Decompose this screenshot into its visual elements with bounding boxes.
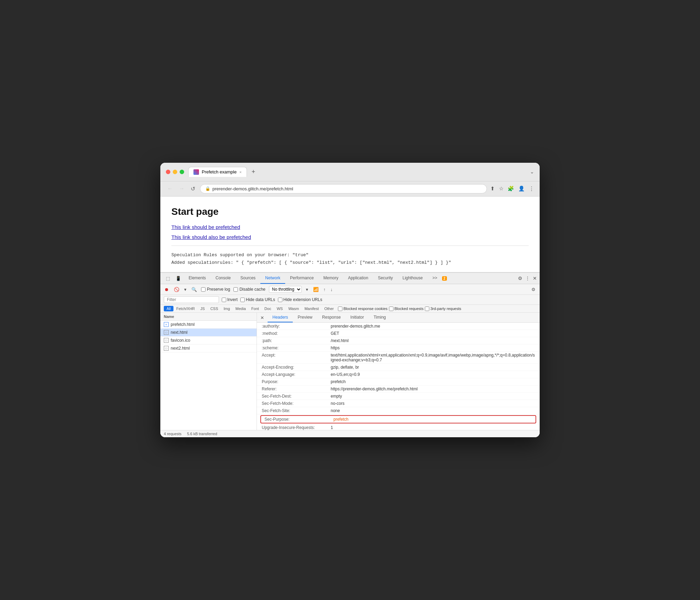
disable-cache-text: Disable cache [239, 287, 265, 292]
sec-purpose-row-highlighted: Sec-Purpose: prefetch [260, 415, 536, 423]
header-name: Sec-Fetch-Dest: [262, 394, 331, 399]
request-item[interactable]: □ next2.html [160, 344, 257, 352]
details-tab-timing[interactable]: Timing [369, 313, 391, 322]
details-tab-response[interactable]: Response [317, 313, 346, 322]
type-btn-all[interactable]: All [164, 306, 173, 311]
tab-more[interactable]: >> [428, 273, 442, 284]
page-title: Start page [171, 206, 529, 217]
profile-icon[interactable]: 👤 [518, 186, 525, 192]
header-row: :scheme: https [257, 344, 540, 352]
blocked-requests-text: Blocked requests [394, 307, 423, 311]
type-btn-media[interactable]: Media [233, 306, 249, 311]
upload-icon[interactable]: ↑ [323, 286, 327, 293]
new-tab-button[interactable]: + [250, 168, 258, 176]
devtools-settings-icon[interactable]: ⚙ [518, 276, 522, 281]
prefetch-link-1[interactable]: This link should be prefetched [171, 224, 529, 230]
disable-cache-label[interactable]: Disable cache [233, 287, 265, 292]
details-tab-headers[interactable]: Headers [268, 313, 293, 322]
type-btn-manifest[interactable]: Manifest [302, 306, 322, 311]
lock-icon: 🔒 [205, 186, 210, 191]
devtools-inspect-icon[interactable]: ⬚ [163, 273, 173, 284]
blocked-response-label[interactable]: Blocked response cookies [338, 307, 388, 311]
header-value: /next.html [331, 338, 535, 343]
browser-tab[interactable]: Prefetch example × [188, 167, 247, 177]
preserve-log-checkbox[interactable] [201, 287, 206, 292]
filter-input[interactable] [164, 296, 219, 303]
header-name: Accept: [262, 353, 331, 362]
type-btn-img[interactable]: Img [221, 306, 233, 311]
header-value: text/html,application/xhtml+xml,applicat… [331, 353, 535, 362]
tab-performance[interactable]: Performance [285, 273, 319, 284]
type-btn-ws[interactable]: WS [274, 306, 286, 311]
request-item[interactable]: □ favicon.ico [160, 337, 257, 344]
clear-button[interactable]: 🚫 [173, 286, 180, 293]
details-tab-preview[interactable]: Preview [293, 313, 317, 322]
request-item[interactable]: □ next.html [160, 329, 257, 337]
close-button[interactable] [166, 170, 170, 174]
record-button[interactable]: ⏺ [164, 286, 170, 293]
type-filter-bar: All Fetch/XHR JS CSS Img Media Font Doc … [160, 305, 540, 313]
details-tab-initiator[interactable]: Initiator [346, 313, 369, 322]
search-button[interactable]: 🔍 [191, 286, 198, 293]
separator [171, 246, 529, 246]
share-icon[interactable]: ⬆ [490, 186, 495, 192]
tab-memory[interactable]: Memory [319, 273, 343, 284]
back-button[interactable]: ← [166, 185, 174, 192]
menu-icon[interactable]: ⋮ [529, 186, 534, 192]
sec-purpose-name: Sec-Purpose: [264, 417, 333, 422]
devtools-more-icon[interactable]: ⋮ [525, 276, 530, 281]
tab-security[interactable]: Security [373, 273, 398, 284]
devtools-badge: 2 [442, 276, 447, 281]
hide-data-checkbox[interactable] [240, 298, 245, 302]
disable-cache-checkbox[interactable] [233, 287, 238, 292]
type-btn-fetch[interactable]: Fetch/XHR [173, 306, 198, 311]
prefetch-link-2[interactable]: This link should also be prefetched [171, 234, 529, 240]
type-btn-font[interactable]: Font [249, 306, 262, 311]
throttle-arrow-icon[interactable]: ▾ [305, 286, 309, 293]
type-btn-other[interactable]: Other [321, 306, 337, 311]
invert-checkbox[interactable] [222, 298, 226, 302]
minimize-button[interactable] [173, 170, 177, 174]
type-btn-js[interactable]: JS [198, 306, 208, 311]
type-btn-wasm[interactable]: Wasm [286, 306, 302, 311]
header-value: en-US,en;q=0.9 [331, 372, 535, 377]
tab-elements[interactable]: Elements [184, 273, 211, 284]
throttle-select[interactable]: No throttling [269, 286, 302, 293]
tab-console[interactable]: Console [211, 273, 236, 284]
refresh-button[interactable]: ↺ [189, 185, 197, 193]
tab-network[interactable]: Network [260, 273, 285, 284]
devtools-controls: ⚙ ⋮ ✕ [518, 276, 537, 281]
devtools-device-icon[interactable]: 📱 [173, 273, 184, 284]
third-party-checkbox[interactable] [425, 307, 429, 311]
tab-lighthouse[interactable]: Lighthouse [398, 273, 428, 284]
tab-close-button[interactable]: × [239, 170, 241, 174]
tab-sources[interactable]: Sources [236, 273, 260, 284]
hide-data-label[interactable]: Hide data URLs [240, 297, 275, 302]
type-btn-doc[interactable]: Doc [262, 306, 274, 311]
address-input[interactable]: 🔒 prerender-demos.glitch.me/prefetch.htm… [200, 184, 487, 193]
third-party-label[interactable]: 3rd-party requests [425, 307, 461, 311]
tab-application[interactable]: Application [343, 273, 373, 284]
invert-label[interactable]: Invert [222, 297, 238, 302]
extensions-icon[interactable]: 🧩 [508, 186, 514, 192]
chevron-down-icon[interactable]: ⌄ [530, 169, 534, 174]
blocked-requests-checkbox[interactable] [389, 307, 393, 311]
network-settings-icon[interactable]: ⚙ [531, 286, 536, 293]
header-name: :authority: [262, 324, 331, 329]
blocked-response-checkbox[interactable] [338, 307, 342, 311]
hide-extension-checkbox[interactable] [278, 298, 282, 302]
request-item[interactable]: ≡ prefetch.html [160, 321, 257, 329]
request-page-icon: □ [164, 338, 169, 343]
filter-toggle-button[interactable]: ▾ [183, 286, 187, 293]
devtools-close-icon[interactable]: ✕ [533, 276, 537, 281]
maximize-button[interactable] [180, 170, 184, 174]
preserve-log-label[interactable]: Preserve log [201, 287, 230, 292]
blocked-requests-label[interactable]: Blocked requests [389, 307, 423, 311]
hide-extension-label[interactable]: Hide extension URLs [278, 297, 322, 302]
bookmark-icon[interactable]: ☆ [499, 186, 503, 192]
download-icon[interactable]: ↓ [330, 286, 333, 293]
details-close-button[interactable]: ✕ [257, 313, 268, 322]
wifi-icon[interactable]: 📶 [312, 286, 319, 293]
forward-button[interactable]: → [178, 185, 186, 192]
type-btn-css[interactable]: CSS [208, 306, 221, 311]
